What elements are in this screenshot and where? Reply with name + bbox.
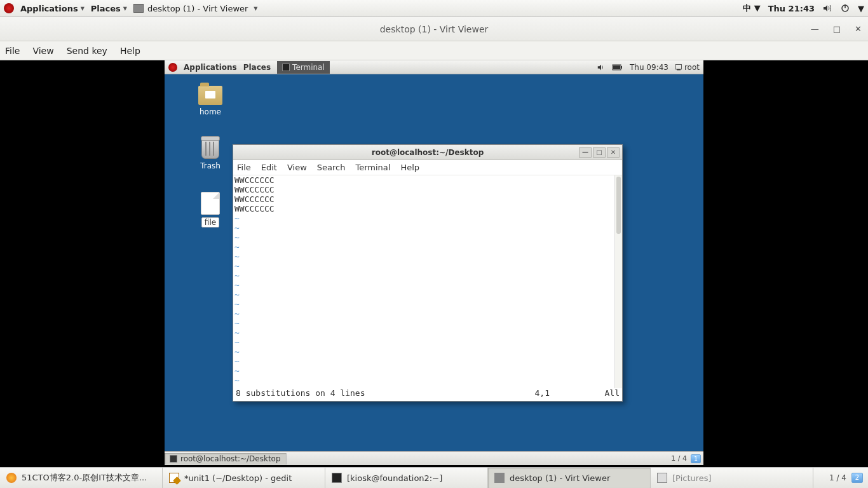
vm-display-area: Applications Places Terminal Thu 09:43 r…: [0, 60, 868, 467]
guest-workspace-switcher[interactable]: 1: [691, 454, 701, 463]
desktop-icon-home[interactable]: home: [191, 86, 229, 116]
folder-icon: [657, 473, 667, 483]
guest-battery-icon[interactable]: [612, 64, 623, 71]
desktop-icon-trash[interactable]: Trash: [191, 139, 229, 170]
host-bottom-panel: 51CTO博客2.0-原创IT技术文章...*unit1 (~/Desktop)…: [0, 467, 868, 488]
guest-task-terminal[interactable]: Terminal: [277, 61, 330, 74]
terminal-scrollbar[interactable]: [614, 175, 622, 388]
guest-bottom-task-terminal[interactable]: root@localhost:~/Desktop: [165, 453, 287, 464]
terminal-menubar: File Edit View Search Terminal Help: [233, 160, 622, 175]
menu-help[interactable]: Help: [120, 46, 140, 56]
host-clock[interactable]: Thu 21:43: [768, 4, 815, 13]
host-task-0[interactable]: 51CTO博客2.0-原创IT技术文章...: [0, 468, 163, 488]
host-top-panel: Applications▼ Places▼ desktop (1) - Virt…: [0, 0, 868, 17]
terminal-close-button[interactable]: ✕: [607, 147, 620, 158]
guest-volume-icon[interactable]: [597, 63, 606, 72]
desktop-icon-file[interactable]: file: [191, 192, 229, 227]
window-maximize-button[interactable]: □: [833, 24, 841, 34]
terminal-body[interactable]: WWCCCCCCWWCCCCCCWWCCCCCCWWCCCCCC~~~~~~~~…: [233, 175, 622, 388]
host-task-2[interactable]: [kiosk@foundation2:~]: [325, 468, 488, 488]
term-menu-terminal[interactable]: Terminal: [355, 163, 390, 172]
window-icon: [133, 4, 144, 13]
guest-workspace-label: 1 / 4: [671, 454, 687, 463]
host-applications-menu[interactable]: Applications▼: [20, 4, 85, 13]
host-workspace-switcher[interactable]: 2: [851, 473, 863, 483]
term-menu-search[interactable]: Search: [317, 163, 346, 172]
folder-home-icon: [198, 86, 222, 105]
terminal-window: root@localhost:~/Desktop — □ ✕ File Edit…: [233, 144, 623, 402]
guest-applications-menu[interactable]: Applications: [184, 63, 237, 72]
host-workspace-label: 1 / 4: [829, 473, 846, 482]
terminal-maximize-button[interactable]: □: [593, 147, 606, 158]
svg-rect-6: [677, 69, 681, 71]
svg-rect-4: [613, 65, 620, 69]
svg-rect-3: [621, 66, 622, 69]
guest-top-panel: Applications Places Terminal Thu 09:43 r…: [165, 60, 703, 74]
guest-clock[interactable]: Thu 09:43: [630, 63, 668, 72]
guest-user-icon[interactable]: root: [675, 63, 700, 72]
terminal-icon: [170, 455, 177, 463]
host-task-1[interactable]: *unit1 (~/Desktop) - gedit: [163, 468, 325, 488]
volume-icon[interactable]: [822, 3, 832, 13]
host-task-4[interactable]: [Pictures]: [651, 468, 813, 488]
svg-rect-5: [675, 64, 681, 69]
guest-bottom-panel: root@localhost:~/Desktop 1 / 4 1: [165, 451, 703, 465]
ime-indicator[interactable]: 中 ▼: [743, 3, 761, 14]
ff-icon: [6, 473, 17, 483]
term-menu-help[interactable]: Help: [400, 163, 419, 172]
terminal-icon: [282, 64, 290, 71]
session-menu-caret[interactable]: ▼: [858, 4, 864, 13]
guest-desktop[interactable]: Applications Places Terminal Thu 09:43 r…: [165, 60, 703, 465]
virtviewer-menubar: File View Send key Help: [0, 41, 868, 60]
trash-icon: [201, 139, 219, 159]
host-places-menu[interactable]: Places▼: [91, 4, 127, 13]
gedit-icon: [169, 473, 179, 483]
term-menu-view[interactable]: View: [287, 163, 307, 172]
virtviewer-title: desktop (1) - Virt Viewer: [380, 24, 489, 34]
term-menu-edit[interactable]: Edit: [261, 163, 277, 172]
file-icon: [201, 192, 220, 215]
terminal-titlebar[interactable]: root@localhost:~/Desktop — □ ✕: [233, 145, 622, 160]
power-icon[interactable]: [840, 3, 850, 13]
window-minimize-button[interactable]: —: [811, 24, 819, 34]
guest-places-menu[interactable]: Places: [243, 63, 271, 72]
guest-distro-logo-icon: [168, 63, 177, 72]
win-icon: [494, 473, 505, 483]
distro-logo-icon: [4, 3, 14, 13]
menu-file[interactable]: File: [5, 46, 20, 56]
terminal-status-line: 8 substitutions on 4 lines 4,1 All: [233, 388, 622, 401]
virtviewer-titlebar[interactable]: desktop (1) - Virt Viewer — □ ✕: [0, 17, 868, 41]
host-task-3[interactable]: desktop (1) - Virt Viewer: [488, 468, 651, 488]
menu-view[interactable]: View: [32, 46, 53, 56]
host-task-virtviewer[interactable]: desktop (1) - Virt Viewer▼: [133, 4, 258, 13]
terminal-minimize-button[interactable]: —: [579, 147, 592, 158]
term-menu-file[interactable]: File: [237, 163, 251, 172]
window-close-button[interactable]: ✕: [855, 24, 862, 34]
term-icon: [332, 473, 342, 483]
menu-sendkey[interactable]: Send key: [67, 46, 107, 56]
